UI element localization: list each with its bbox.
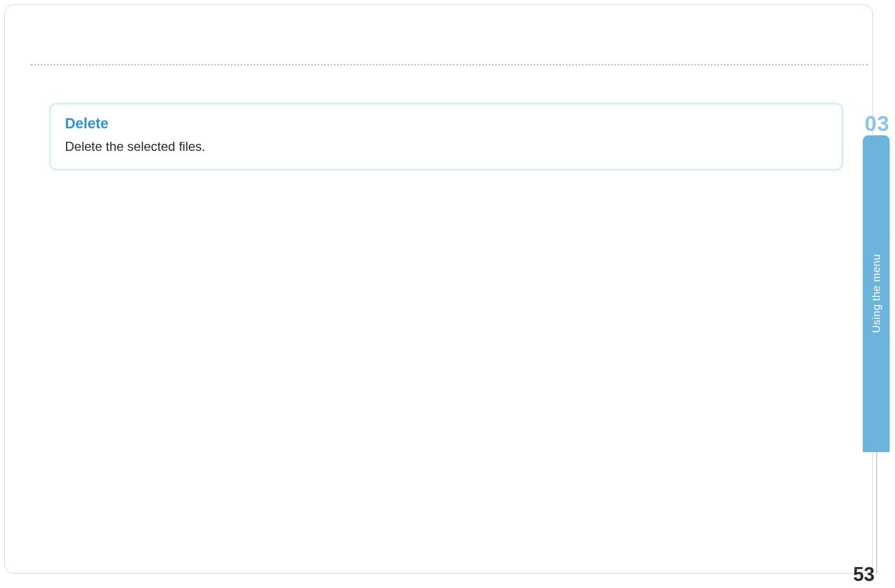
- info-box-title: Delete: [65, 115, 827, 132]
- info-box-description: Delete the selected files.: [65, 137, 827, 156]
- delete-info-box: Delete Delete the selected files.: [49, 103, 843, 171]
- chapter-number: 03: [865, 112, 890, 136]
- page-frame: Delete Delete the selected files.: [4, 4, 873, 574]
- chapter-label: Using the menu: [870, 254, 883, 333]
- side-vertical-line: [876, 452, 877, 574]
- dotted-divider: [31, 64, 868, 66]
- page-number: 53: [853, 563, 875, 586]
- chapter-side-tab: Using the menu: [863, 135, 890, 452]
